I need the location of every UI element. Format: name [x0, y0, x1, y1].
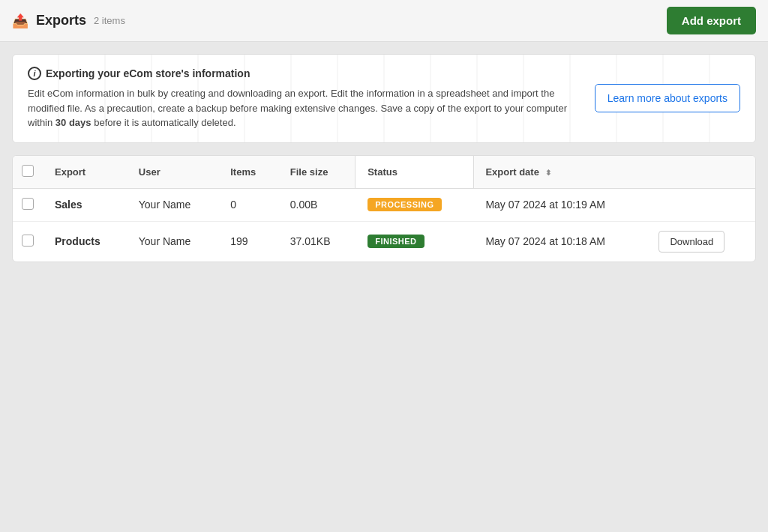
header-export: Export — [43, 156, 127, 189]
header-checkbox-col — [13, 156, 43, 189]
header-left: 📤 Exports 2 items — [12, 13, 125, 29]
header-items: Items — [218, 156, 278, 189]
row-1-export: Sales — [43, 188, 127, 221]
row-1-export-name: Sales — [55, 199, 82, 211]
main-content: i Exporting your eCom store's informatio… — [0, 42, 768, 274]
row-1-checkbox[interactable] — [22, 198, 34, 210]
header-filesize: File size — [278, 156, 356, 189]
row-1-user: Your Name — [127, 188, 218, 221]
row-2-action: Download — [646, 221, 755, 262]
exports-icon: 📤 — [12, 13, 28, 29]
row-2-export-name: Products — [55, 235, 100, 247]
sort-icon: ⬍ — [545, 169, 551, 177]
banner-content: i Exporting your eCom store's informatio… — [28, 67, 580, 130]
row-2-items: 199 — [218, 221, 278, 262]
table-header-row: Export User Items File size Status Expor… — [13, 156, 755, 189]
info-banner: i Exporting your eCom store's informatio… — [12, 54, 756, 143]
select-all-checkbox[interactable] — [22, 165, 34, 177]
row-2-user: Your Name — [127, 221, 218, 262]
exports-table: Export User Items File size Status Expor… — [13, 156, 755, 262]
row-2-export-date: May 07 2024 at 10:18 AM — [473, 221, 646, 262]
row-2-status-cell: FINISHED — [356, 221, 473, 262]
row-2-export: Products — [43, 221, 127, 262]
header-user: User — [127, 156, 218, 189]
table-header: Export User Items File size Status Expor… — [13, 156, 755, 189]
table-body: Sales Your Name 0 0.00B PROCESSING May 0… — [13, 188, 755, 262]
header-status: Status — [356, 156, 473, 189]
row-2-checkbox[interactable] — [22, 235, 34, 247]
banner-title: i Exporting your eCom store's informatio… — [28, 67, 580, 80]
row-2-filesize: 37.01KB — [278, 221, 356, 262]
header-action — [646, 156, 755, 189]
row-1-items: 0 — [218, 188, 278, 221]
add-export-button[interactable]: Add export — [667, 7, 756, 34]
learn-more-button[interactable]: Learn more about exports — [595, 84, 740, 112]
banner-title-text: Exporting your eCom store's information — [46, 67, 250, 79]
page-title: Exports — [36, 13, 86, 28]
table-row: Sales Your Name 0 0.00B PROCESSING May 0… — [13, 188, 755, 221]
status-badge: PROCESSING — [368, 198, 441, 211]
info-icon: i — [28, 67, 41, 80]
exports-table-wrapper: Export User Items File size Status Expor… — [12, 155, 756, 262]
row-1-checkbox-cell — [13, 188, 43, 221]
page-wrapper: 📤 Exports 2 items Add export i Exporting… — [0, 0, 768, 532]
row-1-action — [646, 188, 755, 221]
banner-body-text: Edit eCom information in bulk by creatin… — [28, 86, 580, 130]
row-2-checkbox-cell — [13, 221, 43, 262]
table-row: Products Your Name 199 37.01KB FINISHED … — [13, 221, 755, 262]
row-1-export-date: May 07 2024 at 10:19 AM — [473, 188, 646, 221]
page-header: 📤 Exports 2 items Add export — [0, 0, 768, 42]
status-badge: FINISHED — [368, 235, 424, 248]
download-button[interactable]: Download — [658, 231, 724, 253]
row-1-filesize: 0.00B — [278, 188, 356, 221]
row-1-status-cell: PROCESSING — [356, 188, 473, 221]
header-export-date[interactable]: Export date ⬍ — [473, 156, 646, 189]
item-count: 2 items — [94, 15, 125, 26]
